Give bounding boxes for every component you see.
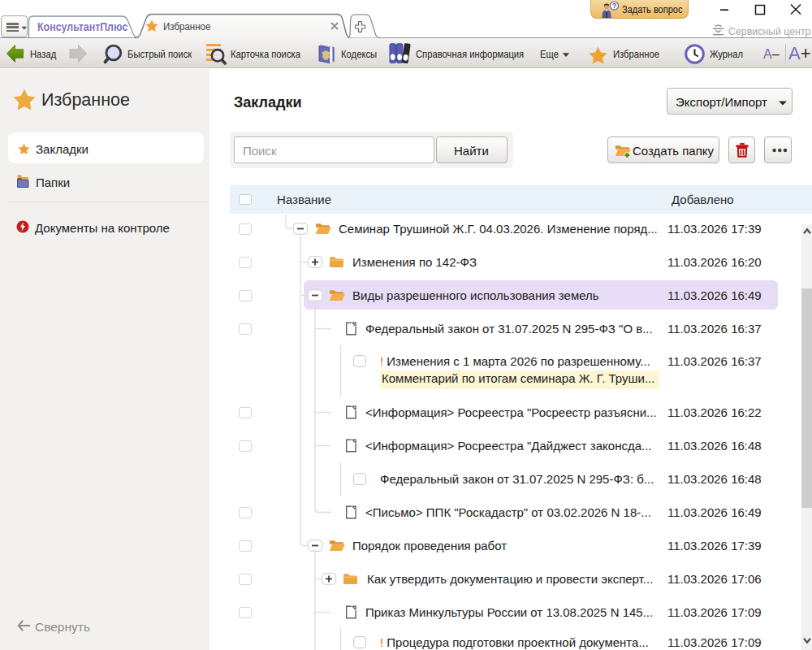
svg-text:?: ? [612,2,616,10]
